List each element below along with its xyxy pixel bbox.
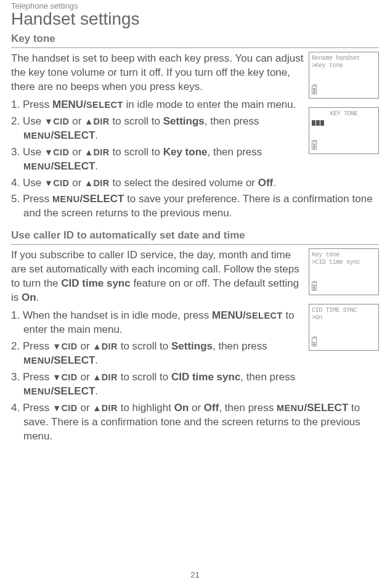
section2-intro: If you subscribe to caller ID service, t… xyxy=(11,248,307,305)
battery-icon xyxy=(312,282,317,291)
lcd-line: KEY TONE xyxy=(312,110,376,118)
t: . xyxy=(95,160,98,172)
menu-target: CID time sync xyxy=(171,371,240,383)
t: or xyxy=(78,371,93,383)
t: 4. Use xyxy=(11,177,44,189)
t: . xyxy=(95,385,98,397)
lcd-key-tone-volume: KEY TONE xyxy=(309,107,379,154)
step-2: 2. Use ▼CID or ▲DIR to scroll to Setting… xyxy=(11,115,313,143)
t: . xyxy=(95,129,98,141)
step-1: 1. Press MENU/SELECT in idle mode to ent… xyxy=(11,98,313,112)
lcd-group-1: Rename handset >Key tone KEY TONE xyxy=(309,52,379,163)
battery-icon xyxy=(312,86,317,94)
key-menu: MENU xyxy=(23,386,51,396)
down-arrow-icon: ▼ xyxy=(52,341,61,351)
down-arrow-icon: ▼ xyxy=(52,403,61,413)
key-menu: MENU xyxy=(52,194,80,204)
page-title: Handset settings xyxy=(11,9,379,29)
down-arrow-icon: ▼ xyxy=(44,178,53,188)
step-3: 3. Press ▼CID or ▲DIR to scroll to CID t… xyxy=(11,370,307,399)
up-arrow-icon: ▲ xyxy=(84,178,93,188)
key-dir: DIR xyxy=(102,341,118,351)
key-menu: MENU/SELECT xyxy=(52,99,123,110)
key-select: /SELECT xyxy=(80,193,124,205)
t: to scroll to xyxy=(118,371,171,383)
lcd-cid-menu: Key tone >CID time sync xyxy=(309,248,379,295)
t: , then press xyxy=(205,115,259,127)
up-arrow-icon: ▲ xyxy=(92,341,101,351)
menu-target: Settings xyxy=(163,115,205,127)
t: , then press xyxy=(240,371,295,383)
up-arrow-icon: ▲ xyxy=(84,147,93,157)
step-5: 5. Press MENU/SELECT to save your prefer… xyxy=(11,192,379,221)
t: 1. When the handset is in idle mode, pre… xyxy=(11,309,212,321)
key-cid: CID xyxy=(61,403,77,413)
t: 2. Press xyxy=(11,340,52,352)
key-dir: DIR xyxy=(93,147,109,157)
t: , then press xyxy=(207,146,262,158)
up-arrow-icon: ▲ xyxy=(92,372,101,382)
t: 5. Press xyxy=(11,193,52,205)
key-menu: MENU/SELECT xyxy=(212,309,283,321)
t: or xyxy=(189,402,204,414)
volume-bars-icon xyxy=(312,119,325,126)
section-cid-title: Use caller ID to automatically set date … xyxy=(11,229,379,245)
page-number: 21 xyxy=(0,570,390,579)
key-menu: MENU xyxy=(23,356,51,365)
t: in idle mode to enter the main menu. xyxy=(123,99,296,110)
lcd-line: >On xyxy=(312,314,376,322)
key-cid: CID xyxy=(61,341,77,351)
key-select: /SELECT xyxy=(51,385,95,397)
battery-icon xyxy=(312,338,317,346)
intro-paragraph: If you subscribe to caller ID service, t… xyxy=(11,248,307,305)
key-menu: MENU xyxy=(23,131,51,141)
step-4: 4. Use ▼CID or ▲DIR to select the desire… xyxy=(11,176,379,190)
lcd-group-2: Key tone >CID time sync CID TIME SYNC >O… xyxy=(309,248,379,359)
key-dir: DIR xyxy=(102,372,118,382)
lcd-line: CID TIME SYNC xyxy=(312,307,376,314)
t: 3. Use xyxy=(11,146,44,158)
key-dir: DIR xyxy=(93,116,109,126)
key-select: /SELECT xyxy=(304,402,348,414)
key-cid: CID xyxy=(61,372,77,382)
t: or xyxy=(78,340,93,352)
up-arrow-icon: ▲ xyxy=(84,116,93,126)
down-arrow-icon: ▼ xyxy=(44,147,53,157)
t: to select the desired volume or xyxy=(110,177,258,189)
t: to scroll to xyxy=(118,340,171,352)
step-4: 4. Press ▼CID or ▲DIR to highlight On or… xyxy=(11,401,379,444)
menu-target: Settings xyxy=(171,340,213,352)
off-label: Off xyxy=(258,177,274,189)
intro-paragraph: The handset is set to beep with each key… xyxy=(11,52,313,94)
feature-name: CID time sync xyxy=(61,277,130,289)
t: or xyxy=(78,402,93,414)
on-label: On xyxy=(174,402,189,414)
menu-target: Key tone xyxy=(163,146,208,158)
t: or xyxy=(70,177,85,189)
key-cid: CID xyxy=(53,147,69,157)
step-1: 1. When the handset is in idle mode, pre… xyxy=(11,309,307,337)
section1-intro: The handset is set to beep with each key… xyxy=(11,52,313,94)
t: or xyxy=(70,115,85,127)
key-select: /SELECT xyxy=(51,129,95,141)
t: . xyxy=(36,292,39,303)
key-menu: MENU xyxy=(23,161,51,171)
t: 1. Press xyxy=(11,99,52,110)
lcd-cid-time-sync: CID TIME SYNC >On xyxy=(309,304,379,351)
battery-icon xyxy=(312,141,317,150)
t: or xyxy=(70,146,85,158)
key-menu: MENU xyxy=(277,403,304,413)
t: . xyxy=(95,354,98,366)
t: to highlight xyxy=(118,402,174,414)
section-key-tone-title: Key tone xyxy=(11,33,379,48)
t: to scroll to xyxy=(110,115,163,127)
step-3: 3. Use ▼CID or ▲DIR to scroll to Key ton… xyxy=(11,145,313,174)
t: , then press xyxy=(213,340,267,352)
step-2: 2. Press ▼CID or ▲DIR to scroll to Setti… xyxy=(11,340,307,368)
key-select: /SELECT xyxy=(51,354,95,366)
key-dir: DIR xyxy=(93,178,109,188)
up-arrow-icon: ▲ xyxy=(92,403,101,413)
lcd-line: Rename handset xyxy=(312,55,376,62)
key-cid: CID xyxy=(53,116,69,126)
lcd-rename-keytone: Rename handset >Key tone xyxy=(309,52,379,99)
